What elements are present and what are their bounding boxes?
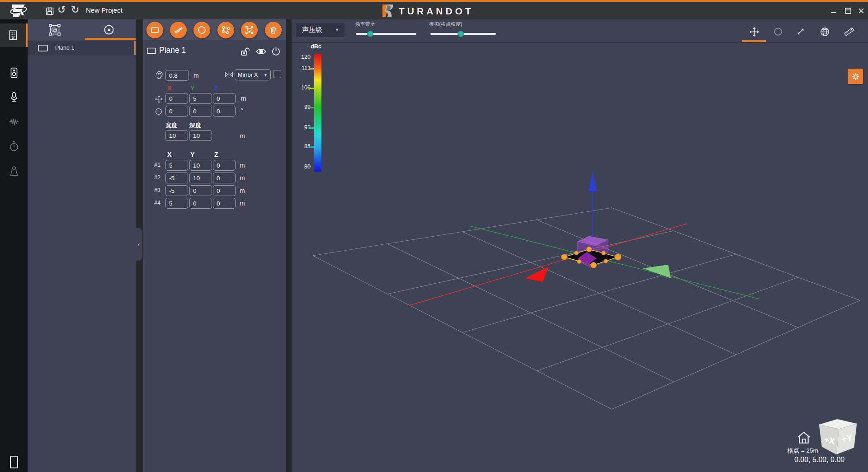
sidebar-item-speakers[interactable] bbox=[0, 61, 28, 84]
add-circle-button[interactable] bbox=[193, 22, 210, 38]
rotation-x-input[interactable] bbox=[165, 106, 188, 117]
depth-input[interactable] bbox=[189, 130, 212, 141]
vertex4-x-input[interactable] bbox=[165, 198, 188, 209]
building-icon bbox=[7, 29, 19, 41]
mirror-select-value: Mirror X bbox=[238, 72, 258, 78]
measure-tool-button[interactable] bbox=[844, 26, 854, 37]
precision-slider-label: 模拟(格点精度) bbox=[429, 21, 462, 28]
rotate-icon bbox=[155, 107, 163, 116]
sidebar-item-venue[interactable] bbox=[0, 23, 28, 47]
shape-toolbar bbox=[143, 19, 286, 40]
colorbar-tick bbox=[309, 88, 314, 89]
module-sidebar bbox=[0, 19, 28, 472]
vertex2-y-input[interactable] bbox=[189, 173, 212, 183]
colorbar-label: 85 bbox=[294, 143, 311, 150]
sidebar-item-weight[interactable] bbox=[0, 159, 28, 183]
layer-label: Plane 1 bbox=[55, 45, 74, 51]
layers-tabbar bbox=[28, 19, 136, 40]
add-ribbon-button[interactable] bbox=[170, 22, 187, 38]
axis-x-label: X bbox=[167, 84, 171, 92]
layer-row-plane1[interactable]: Plane 1 bbox=[28, 41, 136, 55]
maximize-button[interactable] bbox=[842, 5, 854, 17]
vertex3-z-input[interactable] bbox=[213, 185, 236, 196]
plane-icon bbox=[147, 47, 156, 54]
nav-cube[interactable]: +X +Y bbox=[819, 419, 857, 454]
vertex2-z-input[interactable] bbox=[213, 173, 236, 183]
frequency-slider[interactable] bbox=[356, 33, 416, 35]
power-button[interactable] bbox=[271, 46, 281, 56]
y-axis-cone bbox=[643, 265, 671, 278]
mirror-checkbox[interactable] bbox=[273, 70, 281, 78]
redo-button[interactable]: ↻ bbox=[71, 4, 79, 16]
position-z-input[interactable] bbox=[213, 93, 236, 104]
add-polygon-button[interactable] bbox=[217, 22, 234, 38]
vertex1-x-input[interactable] bbox=[165, 160, 188, 171]
panel-gap bbox=[286, 19, 292, 472]
sidebar-item-timer[interactable] bbox=[0, 135, 28, 158]
circle-dot-icon bbox=[103, 23, 115, 36]
rotation-y-input[interactable] bbox=[189, 106, 212, 117]
undo-button[interactable]: ↺ bbox=[57, 4, 66, 16]
close-button[interactable] bbox=[855, 5, 868, 17]
minimize-button[interactable] bbox=[827, 5, 840, 17]
globe-tool-button[interactable] bbox=[819, 26, 830, 37]
precision-slider[interactable] bbox=[430, 33, 496, 35]
vertex4-y-input[interactable] bbox=[189, 198, 212, 209]
move-tool-button[interactable] bbox=[749, 26, 760, 37]
position-y-input[interactable] bbox=[189, 93, 212, 104]
save-button[interactable] bbox=[45, 7, 54, 16]
unit-label: m bbox=[193, 72, 199, 79]
axis-y-label: Y bbox=[190, 84, 194, 92]
orbit-circle-icon bbox=[773, 27, 783, 37]
weight-icon bbox=[8, 165, 20, 177]
vertex4-z-input[interactable] bbox=[213, 198, 236, 209]
display-mode-select[interactable]: 声压级 ▼ bbox=[296, 23, 344, 37]
chevron-down-icon: ▼ bbox=[335, 28, 339, 32]
colorbar-label: 80 bbox=[294, 164, 311, 170]
z-axis-arrow bbox=[589, 171, 597, 191]
tab-listeners[interactable] bbox=[82, 19, 136, 40]
sidebar-item-waveform[interactable] bbox=[0, 110, 28, 134]
ruler-icon bbox=[844, 26, 854, 37]
vertex3-x-input[interactable] bbox=[165, 185, 188, 196]
mirror-select[interactable]: Mirror X ▼ bbox=[235, 69, 271, 80]
vertex-x-header: X bbox=[167, 151, 171, 158]
add-rectangle-button[interactable] bbox=[146, 22, 163, 38]
active-tool-underline bbox=[742, 40, 766, 42]
scene-3d[interactable]: +X +Y dBc 120 113 106 99 92 85 80 bbox=[292, 43, 868, 472]
scene-settings-button[interactable] bbox=[848, 69, 863, 84]
rotation-z-input[interactable] bbox=[213, 106, 236, 117]
x-axis-cone bbox=[525, 266, 548, 282]
listen-height-input[interactable] bbox=[165, 70, 189, 81]
ear-icon bbox=[156, 71, 163, 80]
ribbon-icon bbox=[174, 25, 183, 35]
tab-geometry[interactable] bbox=[28, 19, 82, 40]
collapse-panel-handle[interactable]: ‹ bbox=[136, 228, 142, 261]
mobile-device-button[interactable] bbox=[9, 455, 19, 469]
home-view-button[interactable] bbox=[797, 431, 811, 444]
grid-spacing-label: 格点 = 25m bbox=[787, 447, 818, 455]
circle-icon bbox=[197, 25, 207, 35]
zoom-tool-button[interactable] bbox=[795, 26, 806, 37]
sidebar-item-microphone[interactable] bbox=[0, 85, 28, 109]
vertex-row-label: #4 bbox=[154, 200, 160, 206]
add-array-button[interactable] bbox=[241, 22, 258, 38]
orbit-tool-button[interactable] bbox=[773, 26, 783, 37]
vertex2-x-input[interactable] bbox=[165, 173, 188, 183]
unit-label: m bbox=[240, 162, 245, 169]
precision-slider-handle[interactable] bbox=[458, 31, 464, 37]
chevron-down-icon: ▼ bbox=[264, 73, 268, 77]
visibility-button[interactable] bbox=[255, 47, 267, 56]
vertex1-y-input[interactable] bbox=[189, 160, 212, 171]
width-input[interactable] bbox=[165, 130, 188, 141]
brand-name: TURANDOT bbox=[399, 6, 474, 17]
frequency-slider-handle[interactable] bbox=[367, 31, 373, 37]
unit-label: m bbox=[240, 200, 245, 207]
position-x-input[interactable] bbox=[165, 93, 188, 104]
diagonal-resize-icon bbox=[796, 27, 806, 37]
vertex1-z-input[interactable] bbox=[213, 160, 236, 171]
unlock-button[interactable] bbox=[240, 47, 251, 57]
vertex3-y-input[interactable] bbox=[189, 185, 212, 196]
properties-panel: Plane 1 bbox=[143, 19, 286, 472]
delete-button[interactable] bbox=[265, 22, 282, 38]
